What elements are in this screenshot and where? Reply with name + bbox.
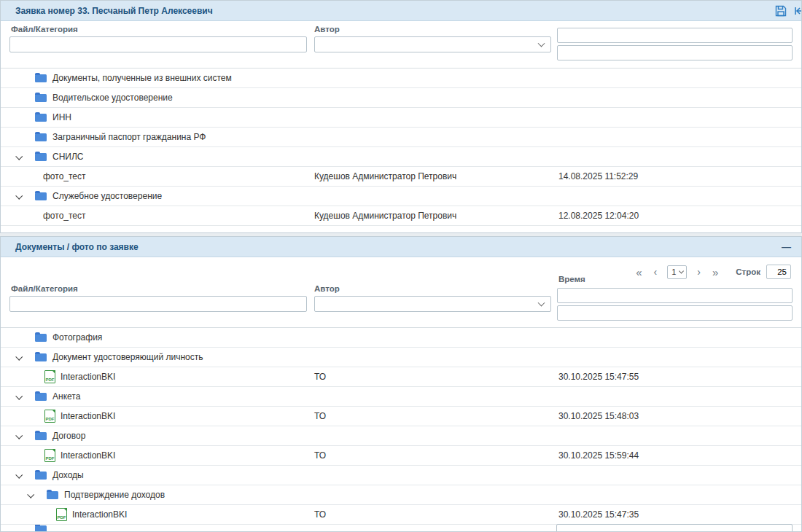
author-filter-select[interactable] [314, 296, 551, 312]
page-select[interactable]: 1 [667, 265, 687, 279]
pdf-file-icon [44, 370, 55, 383]
file-name: InteractionBKI [61, 372, 115, 382]
folder-icon [47, 491, 58, 499]
chevron-down-icon[interactable] [26, 485, 34, 505]
prev-page-button[interactable]: ‹ [648, 267, 663, 277]
file-date: 30.10.2025 15:48:03 [558, 411, 639, 421]
tree-row-file[interactable]: InteractionBKI ТО 30.10.2025 15:59:44 [1, 446, 801, 466]
folder-icon [35, 472, 47, 480]
tree-row-folder[interactable]: Договор [1, 426, 801, 446]
chevron-down-icon[interactable] [14, 426, 23, 446]
chevron-down-icon[interactable] [14, 387, 23, 407]
file-date: 12.08.2025 12:04:20 [558, 211, 639, 221]
file-name: фото_тест [43, 211, 86, 221]
tree-row-folder[interactable]: Фотография [1, 328, 801, 348]
page-title: Заявка номер 33. Песчаный Петр Алексееви… [15, 6, 213, 16]
tree-row-folder[interactable]: Водительское удостоверение [1, 88, 801, 108]
folder-icon [35, 393, 47, 401]
folder-icon [35, 525, 47, 532]
page-select-value: 1 [671, 267, 676, 276]
tree-row-folder[interactable]: СНИЛС [1, 147, 801, 167]
file-date: 30.10.2025 15:47:35 [558, 509, 639, 520]
time-to-input[interactable] [557, 45, 793, 60]
folder-icon [35, 432, 47, 440]
file-author: ТО [314, 509, 326, 520]
chevron-down-icon [679, 268, 684, 273]
file-author: ТО [314, 450, 326, 461]
column-header-file-category[interactable]: Файл/Категория [11, 25, 78, 34]
time-from-input[interactable] [557, 28, 793, 43]
file-category-filter-input[interactable] [9, 296, 307, 312]
collapse-left-icon[interactable] [793, 5, 802, 17]
pdf-file-icon [44, 449, 55, 462]
tree-row-folder[interactable]: Доходы [1, 466, 801, 485]
tree-row-file[interactable]: фото_тест Кудешов Администратор Петрович… [1, 206, 801, 226]
folder-icon [35, 153, 47, 161]
column-header-time[interactable]: Время [558, 275, 585, 283]
folder-icon [35, 94, 47, 102]
rows-per-page-input[interactable] [766, 265, 791, 279]
chevron-down-icon[interactable] [14, 187, 23, 206]
pdf-file-icon [44, 410, 55, 423]
tree-row-folder[interactable]: Анкета [1, 387, 801, 407]
request-documents-panel: Заявка номер 33. Песчаный Петр Алексееви… [0, 0, 802, 233]
folder-icon [35, 74, 47, 82]
column-header-author[interactable]: Автор [314, 25, 340, 34]
minimize-button[interactable]: — [782, 237, 791, 257]
chevron-down-icon [538, 300, 545, 307]
column-header-author[interactable]: Автор [314, 284, 340, 293]
last-page-button[interactable]: » [706, 267, 724, 278]
chevron-placeholder [14, 88, 23, 108]
pagination: « ‹ 1 › » Строк [630, 264, 791, 280]
folder-label: Водительское удостоверение [52, 93, 173, 103]
chevron-down-icon[interactable] [14, 466, 23, 485]
top-filter-zone: Файл/Категория Автор [1, 21, 801, 68]
folder-label: ИНН [52, 112, 71, 122]
save-icon[interactable] [775, 5, 787, 17]
tree-row-file[interactable]: InteractionBKI ТО 30.10.2025 15:48:03 [1, 407, 801, 426]
rows-per-page-label: Строк [736, 267, 760, 276]
column-header-file-category[interactable]: Файл/Категория [11, 284, 78, 293]
folder-icon [35, 114, 47, 122]
tree-row-folder[interactable]: Заграничный паспорт гражданина РФ [1, 128, 801, 147]
folder-icon [35, 353, 47, 361]
folder-label: Документы, полученные из внешних систем [52, 73, 232, 83]
chevron-placeholder [14, 128, 23, 147]
bottom-filter-zone: « ‹ 1 › » Строк Время Файл/Категория Авт… [1, 257, 801, 327]
first-page-button[interactable]: « [630, 267, 647, 278]
folder-label: Анкета [52, 391, 80, 402]
folder-label: Доходы [52, 470, 84, 480]
partial-filter-input[interactable] [556, 524, 793, 532]
chevron-down-icon [538, 40, 545, 47]
tree-row-folder[interactable]: ИНН [1, 108, 801, 128]
file-category-filter-input[interactable] [9, 36, 307, 52]
folder-icon [35, 133, 47, 141]
tree-row-file[interactable]: фото_тест Кудешов Администратор Петрович… [1, 167, 801, 187]
chevron-placeholder [14, 525, 23, 532]
time-to-input[interactable] [557, 305, 793, 321]
chevron-down-icon[interactable] [14, 147, 23, 167]
bottom-tree: Фотография Документ удостоверяющий лично… [1, 327, 801, 532]
chevron-down-icon[interactable] [14, 348, 23, 367]
chevron-placeholder [14, 328, 23, 348]
tree-row-folder[interactable]: Документы, полученные из внешних систем [1, 69, 801, 88]
time-from-input[interactable] [557, 288, 793, 303]
file-name: InteractionBKI [72, 509, 127, 520]
panel-title: Документы / фото по заявке [15, 242, 139, 252]
tree-row-file[interactable]: InteractionBKI ТО 30.10.2025 15:47:35 [1, 505, 801, 525]
author-filter-select[interactable] [314, 36, 551, 52]
file-author: Кудешов Администратор Петрович [314, 171, 456, 181]
tree-row-folder[interactable]: Подтверждение доходов [1, 485, 801, 505]
file-author: ТО [314, 411, 326, 421]
next-page-button[interactable]: › [691, 267, 706, 277]
file-author: ТО [314, 372, 326, 382]
top-tree: Документы, полученные из внешних систем … [1, 68, 801, 226]
file-date: 30.10.2025 15:47:55 [558, 372, 639, 382]
file-author: Кудешов Администратор Петрович [314, 211, 456, 221]
documents-photo-panel: Документы / фото по заявке — « ‹ 1 › » С… [0, 236, 802, 532]
tree-row-folder[interactable]: Служебное удостоверение [1, 187, 801, 206]
tree-row-folder[interactable]: Документ удостоверяющий личность [1, 348, 801, 367]
tree-row-file[interactable]: InteractionBKI ТО 30.10.2025 15:47:55 [1, 367, 801, 387]
panel-header: Заявка номер 33. Песчаный Петр Алексееви… [1, 1, 801, 21]
folder-label: Договор [52, 431, 85, 441]
